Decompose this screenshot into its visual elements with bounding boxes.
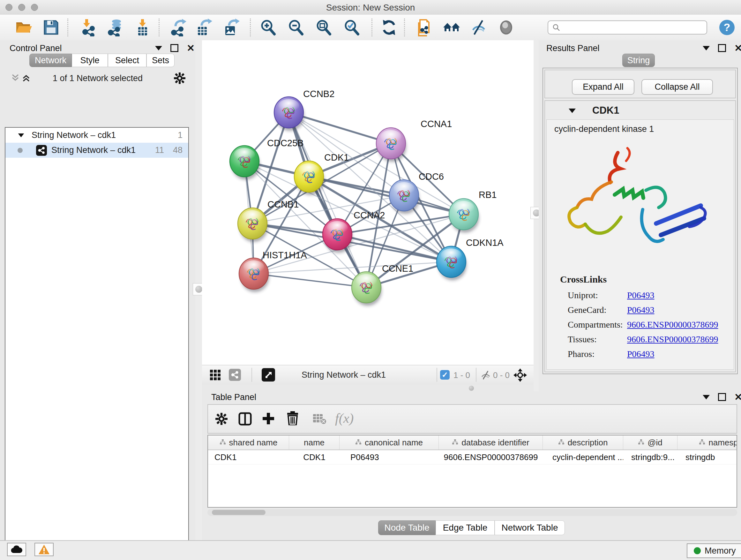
- control-panel-close-icon[interactable]: ✕: [187, 45, 195, 51]
- edge-CCNE1-HIST1H1A[interactable]: [254, 273, 366, 287]
- tab-string[interactable]: String: [622, 54, 655, 67]
- results-panel-menu-icon[interactable]: [703, 46, 710, 51]
- results-panel-float-icon[interactable]: [718, 44, 726, 52]
- table-gear-icon[interactable]: [215, 413, 228, 427]
- share-document-icon[interactable]: [415, 18, 434, 37]
- cdk1-description: cyclin-dependent kinase 1: [554, 124, 734, 134]
- export-table-icon[interactable]: [195, 18, 214, 37]
- crosslink-value[interactable]: P06493: [627, 305, 655, 315]
- grid-view-icon[interactable]: [210, 369, 221, 382]
- delete-column-icon[interactable]: [286, 411, 299, 427]
- tab-network[interactable]: Network: [29, 54, 72, 67]
- fit-network-icon[interactable]: [513, 368, 528, 384]
- column-header-namespace[interactable]: namespace: [677, 435, 737, 449]
- crosslink-row: Compartments:9606.ENSP00000378699: [568, 317, 734, 332]
- column-header--id[interactable]: @id: [623, 435, 677, 449]
- node-CCNA1[interactable]: CCNA1: [376, 119, 452, 162]
- tab-node-table[interactable]: Node Table: [378, 520, 435, 535]
- node-label-CCNA2: CCNA2: [354, 210, 385, 220]
- tab-style[interactable]: Style: [72, 54, 108, 67]
- table-panel-float-icon[interactable]: [718, 393, 726, 401]
- tab-edge-table[interactable]: Edge Table: [435, 520, 495, 535]
- crosslink-value[interactable]: P06493: [627, 290, 655, 300]
- right-splitter[interactable]: [534, 40, 539, 391]
- node-CDKN1A[interactable]: CDKN1A: [436, 238, 503, 280]
- cdk1-collapse-icon[interactable]: [569, 109, 576, 113]
- main-toolbar: ?: [0, 15, 741, 41]
- export-network-icon[interactable]: [169, 18, 188, 37]
- zoom-selected-icon[interactable]: [342, 18, 361, 37]
- hide-selected-icon[interactable]: [469, 18, 488, 37]
- network-canvas[interactable]: CCNB2CCNA1CDC25BCDK1CDC6RB1CCNB1CCNA2CDK…: [202, 40, 534, 365]
- network-row[interactable]: String Network – cdk1 11 48: [5, 143, 188, 158]
- left-splitter[interactable]: [195, 40, 202, 540]
- column-header-database-identifier[interactable]: database identifier: [439, 435, 543, 449]
- search-field[interactable]: [548, 20, 707, 35]
- node-CCNE1[interactable]: CCNE1: [352, 263, 413, 306]
- zoom-fit-icon[interactable]: [314, 18, 333, 37]
- node-table: shared namenamecanonical namedatabase id…: [207, 435, 737, 508]
- tab-select[interactable]: Select: [108, 54, 146, 67]
- table-panel-menu-icon[interactable]: [703, 395, 710, 399]
- crosslink-value[interactable]: 9606.ENSP00000378699: [627, 334, 718, 345]
- horizontal-splitter-handle[interactable]: [469, 386, 474, 391]
- show-all-icon[interactable]: [496, 18, 516, 37]
- tab-sets[interactable]: Sets: [146, 54, 175, 67]
- table-cell[interactable]: stringdb: [677, 450, 737, 464]
- edge-CCNB2-CCNA1[interactable]: [289, 112, 391, 143]
- column-header-canonical-name[interactable]: canonical name: [340, 435, 439, 449]
- column-header-shared-name[interactable]: shared name: [208, 435, 289, 449]
- zoom-out-icon[interactable]: [286, 18, 306, 37]
- node-CCNB2[interactable]: CCNB2: [274, 89, 334, 131]
- table-cell[interactable]: stringdb:9...: [623, 450, 677, 464]
- zoom-in-icon[interactable]: [259, 18, 278, 37]
- table-hscrollbar[interactable]: [207, 509, 737, 516]
- table-hscrollbar-thumb[interactable]: [212, 510, 266, 515]
- network-options-gear-icon[interactable]: [174, 72, 186, 85]
- search-input[interactable]: [560, 22, 699, 33]
- collection-expand-icon[interactable]: [18, 133, 24, 137]
- select-columns-icon[interactable]: [238, 412, 252, 427]
- table-cell[interactable]: 9606.ENSP00000378699: [439, 450, 543, 464]
- table-toolbar: f(x): [207, 404, 737, 434]
- crosslink-label: Uniprot:: [568, 290, 627, 300]
- table-cell[interactable]: CDK1: [289, 450, 340, 464]
- network-collection-row[interactable]: String Network – cdk1 1: [5, 128, 188, 143]
- crosslink-value[interactable]: 9606.ENSP00000378699: [627, 320, 718, 330]
- help-icon[interactable]: ?: [718, 18, 737, 37]
- memory-button[interactable]: Memory: [687, 543, 741, 558]
- table-cell[interactable]: cyclin-dependent ...: [543, 450, 623, 464]
- export-image-icon[interactable]: [222, 18, 241, 37]
- node-label-CDKN1A: CDKN1A: [466, 238, 503, 248]
- crosslink-value[interactable]: P06493: [627, 349, 655, 359]
- results-panel-close-icon[interactable]: ✕: [734, 45, 741, 51]
- control-panel-float-icon[interactable]: [171, 44, 179, 52]
- selected-checkbox-icon[interactable]: ✓: [440, 370, 450, 380]
- string-view-icon[interactable]: [229, 369, 241, 381]
- import-database-icon[interactable]: [106, 18, 125, 37]
- collapse-all-button[interactable]: Collapse All: [642, 79, 713, 95]
- control-panel-menu-icon[interactable]: [155, 46, 162, 51]
- network-graph[interactable]: CCNB2CCNA1CDC25BCDK1CDC6RB1CCNB1CCNA2CDK…: [202, 40, 534, 365]
- import-table-icon[interactable]: [133, 18, 152, 37]
- control-panel-title: Control Panel: [10, 44, 62, 53]
- import-network-icon[interactable]: [80, 18, 99, 37]
- save-session-icon[interactable]: [42, 18, 61, 37]
- open-session-icon[interactable]: [14, 18, 33, 37]
- network-node-count: 11: [155, 145, 164, 155]
- table-cell[interactable]: CDK1: [208, 450, 289, 464]
- warning-button[interactable]: [35, 543, 54, 556]
- table-panel-close-icon[interactable]: ✕: [734, 394, 741, 400]
- node-RB1[interactable]: RB1: [449, 190, 496, 233]
- birds-eye-toggle-icon[interactable]: [262, 368, 275, 381]
- homes-icon[interactable]: [442, 18, 461, 37]
- table-cell[interactable]: P06493: [340, 450, 439, 464]
- column-header-description[interactable]: description: [543, 435, 623, 449]
- column-header-name[interactable]: name: [289, 435, 340, 449]
- table-row[interactable]: CDK1CDK1P064939606.ENSP00000378699cyclin…: [208, 450, 737, 464]
- tab-network-table[interactable]: Network Table: [495, 520, 565, 535]
- cloud-button[interactable]: [7, 543, 26, 556]
- add-column-icon[interactable]: [262, 412, 275, 427]
- expand-all-button[interactable]: Expand All: [572, 79, 634, 95]
- refresh-icon[interactable]: [380, 18, 399, 37]
